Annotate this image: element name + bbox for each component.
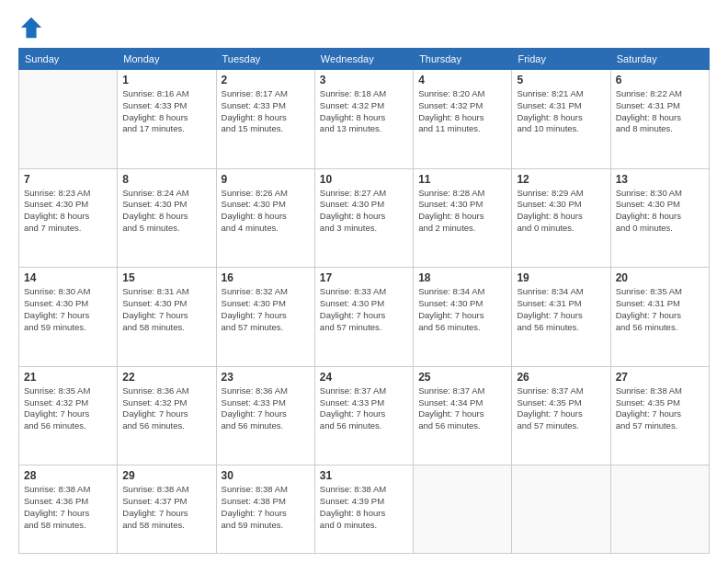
day-info: Sunrise: 8:32 AM Sunset: 4:30 PM Dayligh… [222,286,310,333]
day-info: Sunrise: 8:21 AM Sunset: 4:31 PM Dayligh… [517,88,605,135]
day-number: 18 [418,271,506,284]
day-info: Sunrise: 8:23 AM Sunset: 4:30 PM Dayligh… [24,188,112,235]
calendar-cell: 23Sunrise: 8:36 AM Sunset: 4:33 PM Dayli… [216,366,314,465]
svg-marker-0 [21,17,41,38]
day-info: Sunrise: 8:31 AM Sunset: 4:30 PM Dayligh… [122,286,210,333]
header [18,15,710,40]
calendar-cell: 13Sunrise: 8:30 AM Sunset: 4:30 PM Dayli… [610,168,709,268]
weekday-header: Thursday [414,49,512,70]
calendar-cell: 16Sunrise: 8:32 AM Sunset: 4:30 PM Dayli… [216,268,314,367]
day-number: 26 [517,371,605,384]
logo-icon [18,15,44,40]
day-info: Sunrise: 8:30 AM Sunset: 4:30 PM Dayligh… [24,286,112,333]
day-info: Sunrise: 8:26 AM Sunset: 4:30 PM Dayligh… [222,188,310,235]
day-number: 5 [517,74,605,86]
weekday-header: Friday [512,49,610,70]
calendar-cell: 25Sunrise: 8:37 AM Sunset: 4:34 PM Dayli… [414,366,512,465]
day-number: 3 [320,74,408,86]
day-number: 10 [320,173,408,186]
calendar-cell: 2Sunrise: 8:17 AM Sunset: 4:33 PM Daylig… [216,70,314,169]
calendar-cell: 9Sunrise: 8:26 AM Sunset: 4:30 PM Daylig… [216,168,314,268]
day-number: 1 [122,74,210,86]
calendar-cell: 21Sunrise: 8:35 AM Sunset: 4:32 PM Dayli… [19,366,118,465]
day-info: Sunrise: 8:38 AM Sunset: 4:39 PM Dayligh… [320,484,408,531]
day-number: 7 [24,173,112,186]
calendar-cell: 26Sunrise: 8:37 AM Sunset: 4:35 PM Dayli… [512,366,610,465]
calendar-cell: 30Sunrise: 8:38 AM Sunset: 4:38 PM Dayli… [216,465,314,554]
day-info: Sunrise: 8:35 AM Sunset: 4:31 PM Dayligh… [616,286,704,333]
day-number: 24 [320,371,408,384]
day-info: Sunrise: 8:38 AM Sunset: 4:38 PM Dayligh… [222,484,310,531]
day-number: 13 [616,173,704,186]
day-number: 25 [418,371,506,384]
calendar-cell: 29Sunrise: 8:38 AM Sunset: 4:37 PM Dayli… [118,465,216,554]
day-info: Sunrise: 8:35 AM Sunset: 4:32 PM Dayligh… [24,385,112,432]
calendar-cell: 4Sunrise: 8:20 AM Sunset: 4:32 PM Daylig… [414,70,512,169]
calendar-cell: 28Sunrise: 8:38 AM Sunset: 4:36 PM Dayli… [19,465,118,554]
day-number: 30 [222,469,310,482]
day-info: Sunrise: 8:20 AM Sunset: 4:32 PM Dayligh… [418,88,506,135]
day-number: 2 [222,74,310,86]
calendar-cell: 10Sunrise: 8:27 AM Sunset: 4:30 PM Dayli… [314,168,413,268]
day-number: 19 [517,271,605,284]
day-number: 23 [222,371,310,384]
day-info: Sunrise: 8:36 AM Sunset: 4:32 PM Dayligh… [122,385,210,432]
day-info: Sunrise: 8:36 AM Sunset: 4:33 PM Dayligh… [222,385,310,432]
day-info: Sunrise: 8:22 AM Sunset: 4:31 PM Dayligh… [616,88,704,135]
calendar-cell: 20Sunrise: 8:35 AM Sunset: 4:31 PM Dayli… [610,268,709,367]
day-info: Sunrise: 8:17 AM Sunset: 4:33 PM Dayligh… [222,88,310,135]
day-info: Sunrise: 8:18 AM Sunset: 4:32 PM Dayligh… [320,88,408,135]
day-info: Sunrise: 8:38 AM Sunset: 4:37 PM Dayligh… [122,484,210,531]
day-info: Sunrise: 8:37 AM Sunset: 4:33 PM Dayligh… [320,385,408,432]
day-number: 20 [616,271,704,284]
day-number: 12 [517,173,605,186]
day-number: 28 [24,469,112,482]
calendar-cell: 19Sunrise: 8:34 AM Sunset: 4:31 PM Dayli… [512,268,610,367]
calendar: SundayMondayTuesdayWednesdayThursdayFrid… [18,48,710,554]
calendar-cell: 14Sunrise: 8:30 AM Sunset: 4:30 PM Dayli… [19,268,118,367]
page: SundayMondayTuesdayWednesdayThursdayFrid… [0,0,728,563]
calendar-cell: 6Sunrise: 8:22 AM Sunset: 4:31 PM Daylig… [610,70,709,169]
calendar-cell: 11Sunrise: 8:28 AM Sunset: 4:30 PM Dayli… [414,168,512,268]
calendar-cell: 31Sunrise: 8:38 AM Sunset: 4:39 PM Dayli… [314,465,413,554]
day-number: 14 [24,271,112,284]
calendar-cell [610,465,709,554]
day-info: Sunrise: 8:34 AM Sunset: 4:31 PM Dayligh… [517,286,605,333]
calendar-cell: 5Sunrise: 8:21 AM Sunset: 4:31 PM Daylig… [512,70,610,169]
day-number: 4 [418,74,506,86]
day-info: Sunrise: 8:34 AM Sunset: 4:30 PM Dayligh… [418,286,506,333]
calendar-cell: 12Sunrise: 8:29 AM Sunset: 4:30 PM Dayli… [512,168,610,268]
calendar-cell: 7Sunrise: 8:23 AM Sunset: 4:30 PM Daylig… [19,168,118,268]
calendar-cell: 27Sunrise: 8:38 AM Sunset: 4:35 PM Dayli… [610,366,709,465]
day-number: 11 [418,173,506,186]
day-number: 15 [122,271,210,284]
calendar-cell: 3Sunrise: 8:18 AM Sunset: 4:32 PM Daylig… [314,70,413,169]
calendar-cell: 15Sunrise: 8:31 AM Sunset: 4:30 PM Dayli… [118,268,216,367]
day-info: Sunrise: 8:30 AM Sunset: 4:30 PM Dayligh… [616,188,704,235]
day-number: 16 [222,271,310,284]
day-number: 21 [24,371,112,384]
day-number: 6 [616,74,704,86]
day-number: 31 [320,469,408,482]
weekday-header: Sunday [19,49,118,70]
day-number: 17 [320,271,408,284]
day-info: Sunrise: 8:38 AM Sunset: 4:36 PM Dayligh… [24,484,112,531]
day-info: Sunrise: 8:33 AM Sunset: 4:30 PM Dayligh… [320,286,408,333]
day-number: 8 [122,173,210,186]
calendar-cell: 1Sunrise: 8:16 AM Sunset: 4:33 PM Daylig… [118,70,216,169]
day-number: 27 [616,371,704,384]
calendar-cell [19,70,118,169]
day-info: Sunrise: 8:16 AM Sunset: 4:33 PM Dayligh… [122,88,210,135]
calendar-cell: 8Sunrise: 8:24 AM Sunset: 4:30 PM Daylig… [118,168,216,268]
day-info: Sunrise: 8:28 AM Sunset: 4:30 PM Dayligh… [418,188,506,235]
calendar-cell [512,465,610,554]
day-info: Sunrise: 8:37 AM Sunset: 4:35 PM Dayligh… [517,385,605,432]
day-info: Sunrise: 8:29 AM Sunset: 4:30 PM Dayligh… [517,188,605,235]
weekday-header: Monday [118,49,216,70]
weekday-header: Saturday [610,49,709,70]
day-info: Sunrise: 8:38 AM Sunset: 4:35 PM Dayligh… [616,385,704,432]
calendar-cell: 24Sunrise: 8:37 AM Sunset: 4:33 PM Dayli… [314,366,413,465]
day-info: Sunrise: 8:24 AM Sunset: 4:30 PM Dayligh… [122,188,210,235]
day-info: Sunrise: 8:27 AM Sunset: 4:30 PM Dayligh… [320,188,408,235]
day-info: Sunrise: 8:37 AM Sunset: 4:34 PM Dayligh… [418,385,506,432]
